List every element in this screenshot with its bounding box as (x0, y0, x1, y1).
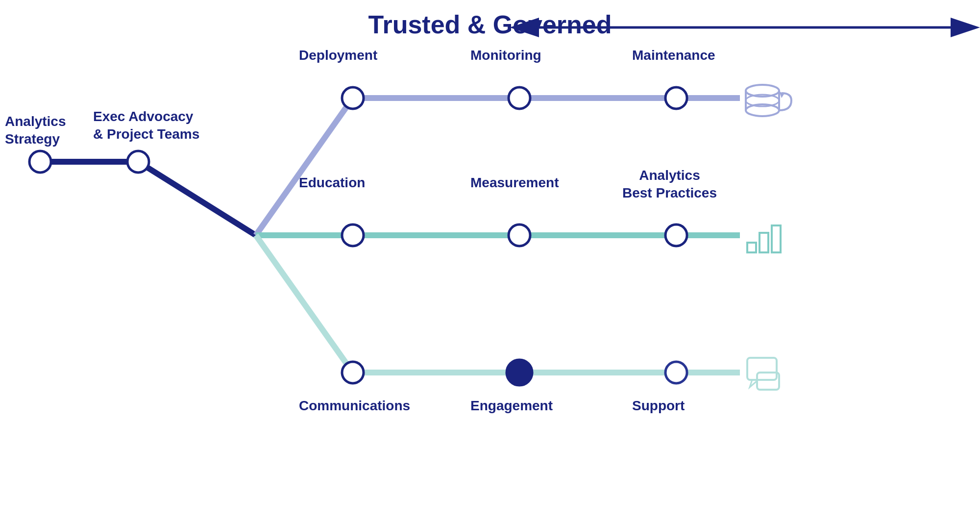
node-education[interactable] (342, 224, 364, 246)
label-maintenance: Maintenance (632, 47, 715, 64)
node-monitoring[interactable] (509, 87, 530, 109)
maintenance-icon (746, 85, 791, 116)
line-exec-to-junction (138, 162, 256, 235)
line-junction-to-deployment (256, 98, 353, 235)
label-best-practices: AnalyticsBest Practices (622, 167, 717, 202)
label-measurement: Measurement (470, 174, 559, 192)
label-engagement: Engagement (470, 397, 553, 415)
node-communications[interactable] (342, 362, 364, 383)
node-engagement[interactable] (507, 360, 532, 385)
label-support: Support (632, 397, 685, 415)
svg-rect-11 (747, 358, 777, 380)
best-practices-icon (747, 225, 781, 252)
diagram-svg (0, 0, 980, 523)
trusted-governed-title: Trusted & Governed (368, 10, 612, 39)
svg-rect-9 (760, 233, 768, 252)
line-junction-to-communications (256, 235, 353, 373)
label-communications: Communications (299, 397, 410, 415)
node-analytics-strategy[interactable] (29, 151, 51, 173)
svg-rect-8 (747, 243, 756, 252)
label-exec-advocacy: Exec Advocacy& Project Teams (93, 108, 199, 144)
node-maintenance[interactable] (665, 87, 687, 109)
node-exec-advocacy[interactable] (127, 151, 149, 173)
node-support[interactable] (665, 362, 687, 383)
label-analytics-strategy: AnalyticsStrategy (5, 113, 66, 149)
node-best-practices[interactable] (665, 224, 687, 246)
svg-rect-10 (772, 225, 781, 252)
label-monitoring: Monitoring (470, 47, 541, 64)
node-deployment[interactable] (342, 87, 364, 109)
diagram-container: Trusted & Governed AnalyticsStrategy Exe… (0, 0, 980, 523)
node-measurement[interactable] (509, 224, 530, 246)
support-icon (747, 358, 779, 390)
label-education: Education (299, 174, 365, 192)
label-deployment: Deployment (299, 47, 377, 64)
